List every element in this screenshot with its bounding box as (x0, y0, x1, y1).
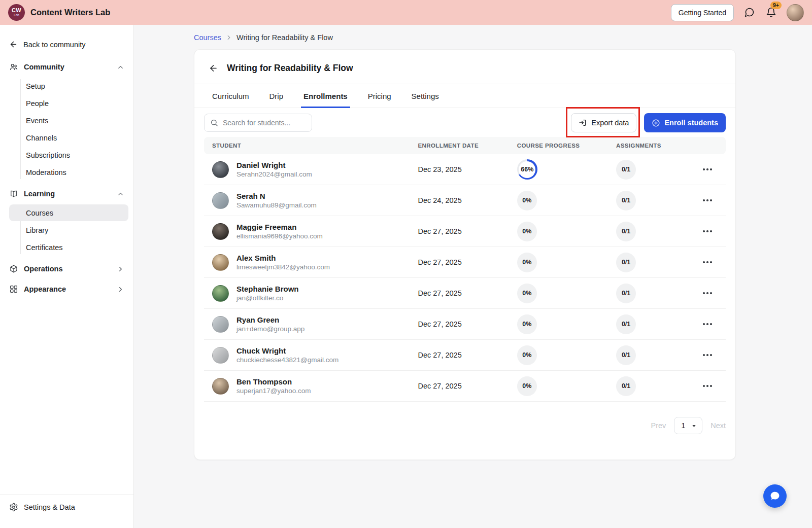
enroll-students-button[interactable]: Enroll students (644, 113, 726, 132)
row-more-button[interactable] (700, 227, 715, 235)
back-to-community-link[interactable]: Back to community (9, 40, 124, 49)
col-student: STUDENT (204, 143, 418, 149)
student-avatar[interactable] (212, 285, 229, 302)
sidebar-section-appearance[interactable]: Appearance (0, 279, 133, 299)
assignments-badge: 0/1 (616, 376, 636, 396)
enrollment-date: Dec 27, 2025 (418, 351, 517, 359)
student-avatar[interactable] (212, 161, 229, 178)
sidebar-section-community[interactable]: Community (0, 57, 133, 77)
sidebar-item-courses[interactable]: Courses (9, 204, 128, 221)
student-avatar[interactable] (212, 254, 229, 271)
student-avatar[interactable] (212, 316, 229, 333)
chevron-up-icon[interactable] (117, 190, 124, 198)
student-email: jan+demo@group.app (236, 325, 304, 333)
sidebar-item-events[interactable]: Events (9, 112, 128, 129)
sidebar-item-certificates[interactable]: Certificates (9, 239, 128, 256)
student-identity: Stephanie Brown jan@offkilter.co (236, 285, 299, 302)
row-actions (689, 227, 726, 235)
row-more-button[interactable] (700, 196, 715, 204)
sidebar-item-moderations[interactable]: Moderations (9, 164, 128, 181)
export-data-button[interactable]: Export data (571, 113, 636, 132)
sidebar-item-library[interactable]: Library (9, 222, 128, 238)
student-avatar[interactable] (212, 347, 229, 364)
messages-button[interactable] (743, 6, 756, 19)
back-arrow-icon[interactable] (209, 63, 218, 73)
sidebar-item-people[interactable]: People (9, 95, 128, 112)
operations-icon (9, 264, 18, 273)
row-more-button[interactable] (700, 382, 715, 390)
notifications-button[interactable]: 9+ (765, 6, 777, 19)
row-actions (689, 196, 726, 204)
progress-cell: 0% (517, 376, 616, 396)
tab-enrollments[interactable]: Enrollments (301, 84, 350, 108)
assignments-cell: 0/1 (616, 284, 689, 303)
chat-launcher-button[interactable] (763, 484, 787, 508)
assignments-badge: 0/1 (616, 314, 636, 334)
course-tabs: Curriculum Drip Enrollments Pricing Sett… (194, 84, 735, 108)
student-avatar[interactable] (212, 223, 229, 240)
row-more-button[interactable] (700, 289, 715, 297)
row-more-button[interactable] (700, 320, 715, 328)
prev-button[interactable]: Prev (651, 421, 666, 430)
sidebar-section-label: Learning (24, 190, 55, 198)
appearance-icon (9, 285, 18, 294)
enrollments-toolbar: Export data Enroll students (194, 108, 735, 137)
brand: CW Lab Content Writers Lab (8, 4, 110, 21)
assignments-badge: 0/1 (616, 345, 636, 365)
breadcrumb: Courses Writing for Readability & Flow (194, 32, 812, 43)
sidebar-section-operations[interactable]: Operations (0, 259, 133, 279)
chevron-right-icon[interactable] (117, 265, 124, 273)
settings-and-data-link[interactable]: Settings & Data (0, 494, 133, 528)
logo-subtext: Lab (14, 14, 19, 17)
course-card: Writing for Readability & Flow Curriculu… (194, 49, 736, 460)
student-identity: Daniel Wright Serahn2024@gmail.com (236, 161, 312, 178)
course-title: Writing for Readability & Flow (227, 63, 353, 74)
row-more-button[interactable] (700, 258, 715, 266)
row-more-button[interactable] (700, 351, 715, 359)
enrollment-date: Dec 27, 2025 (418, 227, 517, 235)
page-select[interactable]: 1 (674, 417, 702, 434)
student-name: Maggie Freeman (236, 223, 323, 231)
tab-curriculum[interactable]: Curriculum (210, 84, 252, 108)
breadcrumb-current: Writing for Readability & Flow (236, 33, 333, 42)
enroll-students-label: Enroll students (664, 119, 718, 127)
user-avatar[interactable] (787, 4, 804, 21)
getting-started-button[interactable]: Getting Started (671, 4, 734, 21)
enrollment-date: Dec 27, 2025 (418, 382, 517, 390)
learning-items: Courses Library Certificates (9, 204, 128, 256)
community-logo[interactable]: CW Lab (8, 4, 25, 21)
assignments-cell: 0/1 (616, 222, 689, 241)
chevron-up-icon[interactable] (117, 63, 124, 71)
student-name: Serah N (236, 192, 317, 200)
student-identity: Ryan Green jan+demo@group.app (236, 315, 304, 333)
progress-badge: 0% (517, 191, 537, 210)
student-avatar[interactable] (212, 378, 229, 395)
logo-text: CW (12, 8, 21, 13)
sidebar-section-learning[interactable]: Learning (0, 184, 133, 204)
col-assignments: ASSIGNMENTS (616, 143, 689, 149)
next-button[interactable]: Next (710, 421, 726, 430)
table-row: Chuck Wright chuckiechesse43821@gmail.co… (204, 340, 726, 371)
chevron-down-icon (691, 423, 697, 429)
sidebar-item-subscriptions[interactable]: Subscriptions (9, 147, 128, 163)
chevron-right-icon[interactable] (117, 286, 124, 293)
search-input[interactable] (204, 114, 312, 132)
student-email: limesweetjm3842@yahoo.com (236, 263, 330, 271)
enrollments-table: STUDENT ENROLLMENT DATE COURSE PROGRESS … (204, 137, 726, 402)
tab-drip[interactable]: Drip (267, 84, 286, 108)
learning-icon (9, 189, 18, 198)
tab-settings[interactable]: Settings (409, 84, 442, 108)
progress-badge: 0% (517, 253, 537, 272)
tab-pricing[interactable]: Pricing (365, 84, 394, 108)
sidebar-item-setup[interactable]: Setup (9, 78, 128, 94)
progress-badge: 0% (517, 345, 537, 365)
student-avatar[interactable] (212, 192, 229, 209)
row-more-button[interactable] (700, 165, 715, 173)
sidebar: Back to community Community Setup People… (0, 25, 134, 528)
breadcrumb-courses[interactable]: Courses (194, 33, 221, 42)
student-cell: Stephanie Brown jan@offkilter.co (204, 285, 418, 302)
sidebar-item-channels[interactable]: Channels (9, 129, 128, 146)
progress-ring: 66% (517, 159, 537, 180)
sidebar-section-label: Community (24, 63, 64, 71)
col-course-progress: COURSE PROGRESS (517, 143, 616, 149)
